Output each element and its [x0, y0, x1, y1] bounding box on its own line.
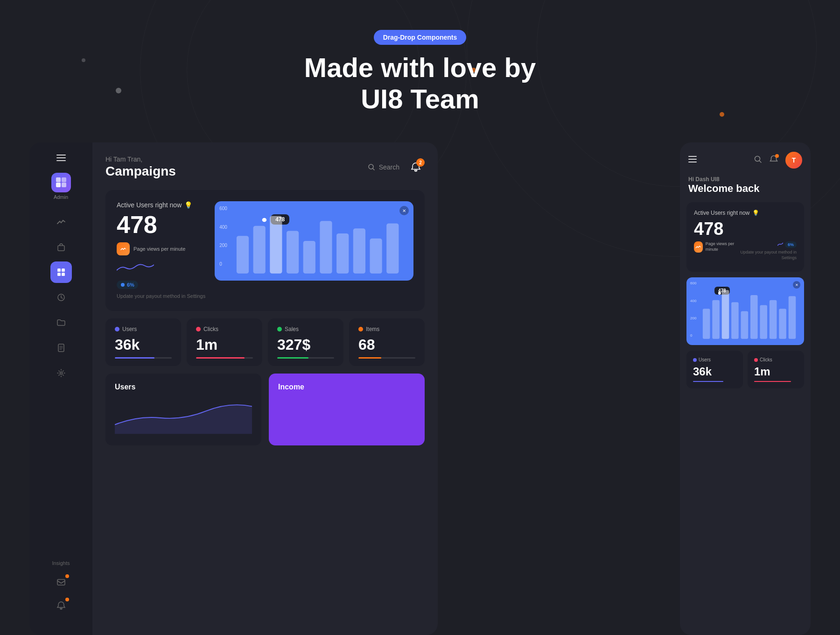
hero-section: Drag-Drop Components Made with love by U…	[0, 0, 840, 145]
sidebar-item-mail[interactable]	[50, 572, 72, 593]
stat-bar-clicks	[196, 357, 253, 359]
svg-rect-27	[370, 239, 382, 274]
svg-rect-39	[750, 295, 758, 339]
pct-badge: 6%	[117, 281, 138, 289]
svg-rect-25	[336, 233, 349, 274]
svg-rect-11	[62, 273, 65, 276]
svg-rect-43	[789, 296, 796, 339]
income-card: Income	[269, 374, 425, 445]
mobile-pct-badge: 6%	[785, 241, 797, 248]
mobile-header: T	[680, 142, 811, 176]
mobile-card-title: Active Users right now 💡	[694, 210, 797, 216]
svg-rect-30	[688, 159, 697, 160]
menu-icon[interactable]	[56, 154, 66, 163]
wave-line	[117, 261, 205, 277]
mobile-bell-badge	[775, 154, 779, 158]
svg-rect-38	[741, 311, 749, 339]
sidebar-item-bell[interactable]	[50, 595, 72, 616]
mobile-stat-card-clicks: Clicks 1m	[748, 351, 804, 388]
bar-chart: ✕ 600 400 200 0 478	[215, 201, 413, 281]
svg-rect-7	[58, 246, 64, 251]
stat-value-items: 68	[358, 336, 415, 353]
sidebar-item-doc[interactable]	[50, 337, 72, 359]
svg-rect-37	[731, 303, 739, 339]
header-right: Search 2	[368, 158, 425, 176]
stat-bar-fill-sales	[277, 357, 308, 359]
hero-title: Made with love by UI8 Team	[304, 52, 536, 114]
stat-value-clicks: 1m	[196, 336, 253, 353]
insights-label: Insights	[52, 560, 70, 566]
page-views-text: Page views per minute	[133, 246, 185, 252]
mobile-title-section: Hi Dash UI8 Welcome back	[680, 176, 811, 202]
sidebar-bottom: Insights	[50, 560, 72, 624]
svg-rect-36	[722, 290, 729, 339]
mobile-menu-icon[interactable]	[688, 156, 697, 164]
svg-rect-20	[253, 226, 266, 274]
svg-rect-15	[57, 579, 65, 585]
svg-rect-2	[56, 160, 66, 161]
stat-bar-items	[358, 357, 415, 359]
stat-card-sales: Sales 327$	[268, 318, 343, 366]
svg-rect-28	[386, 224, 399, 274]
mobile-bell-icon[interactable]	[770, 155, 778, 165]
mobile-stat-value-users: 36k	[693, 365, 736, 378]
active-users-left: Active Users right now 💡 478 Page views …	[117, 201, 205, 300]
search-label: Search	[379, 163, 399, 171]
update-text: Update your payout method in Settings	[117, 293, 205, 300]
page-views-row: Page views per minute	[117, 242, 205, 255]
stat-bar-fill-users	[115, 357, 154, 359]
mobile-search-icon[interactable]	[754, 155, 762, 165]
stat-bar-users	[115, 357, 172, 359]
search-bar[interactable]: Search	[368, 163, 399, 171]
svg-rect-6	[62, 177, 66, 182]
notification-button[interactable]: 2	[407, 158, 425, 176]
stat-dot-users	[115, 327, 119, 332]
svg-rect-21	[270, 216, 282, 273]
header-left: Hi Tam Tran, Campaigns	[105, 155, 176, 179]
mobile-chart-svg	[700, 281, 800, 341]
sidebar-item-clock[interactable]	[50, 287, 72, 308]
mobile-avatar[interactable]: T	[785, 152, 802, 169]
svg-point-14	[60, 372, 62, 374]
stat-value-users: 36k	[115, 336, 172, 353]
active-users-count: 478	[117, 212, 205, 237]
svg-rect-4	[62, 183, 66, 187]
svg-rect-3	[56, 183, 61, 187]
sidebar-logo	[51, 173, 71, 192]
stat-dot-sales	[277, 327, 282, 332]
svg-rect-19	[237, 236, 249, 273]
mobile-stat-value-clicks: 1m	[754, 365, 798, 378]
sidebar-item-folder[interactable]	[50, 312, 72, 333]
sidebar-admin-label: Admin	[54, 194, 68, 200]
stat-label-sales: Sales	[277, 326, 334, 332]
sidebar-item-settings[interactable]	[50, 362, 72, 384]
mobile-stat-label-users: Users	[693, 357, 736, 362]
stat-bar-fill-items	[358, 357, 381, 359]
svg-rect-40	[760, 305, 767, 339]
sidebar-item-grid[interactable]	[50, 261, 72, 283]
mobile-stat-bar-users	[693, 381, 723, 382]
stat-dot-items	[358, 327, 363, 332]
stat-bar-sales	[277, 357, 334, 359]
users-card-title: Users	[115, 383, 252, 391]
mobile-count: 478	[694, 220, 797, 238]
mobile-greeting: Hi Dash UI8	[688, 176, 802, 183]
svg-rect-8	[57, 268, 61, 272]
svg-rect-29	[688, 156, 697, 157]
sidebar-item-bag[interactable]	[50, 236, 72, 258]
svg-rect-10	[57, 273, 61, 276]
active-users-card: Active Users right now 💡 478 Page views …	[105, 190, 425, 311]
stats-row: Users 36k Clicks 1m	[105, 318, 425, 366]
users-card: Users	[105, 374, 261, 445]
stat-card-clicks: Clicks 1m	[187, 318, 262, 366]
stat-label-items: Items	[358, 326, 415, 332]
active-users-title: Active Users right now 💡	[117, 201, 205, 209]
mobile-stat-dot-users	[693, 358, 697, 362]
users-chart	[115, 397, 252, 434]
dashboard-mobile-card: T Hi Dash UI8 Welcome back Active Users …	[680, 142, 811, 635]
svg-point-18	[262, 218, 267, 222]
sidebar-item-chart[interactable]	[50, 211, 72, 233]
chart-svg	[231, 206, 409, 276]
mobile-stat-card-users: Users 36k	[686, 351, 743, 388]
bottom-cards: Users Income	[105, 374, 425, 445]
